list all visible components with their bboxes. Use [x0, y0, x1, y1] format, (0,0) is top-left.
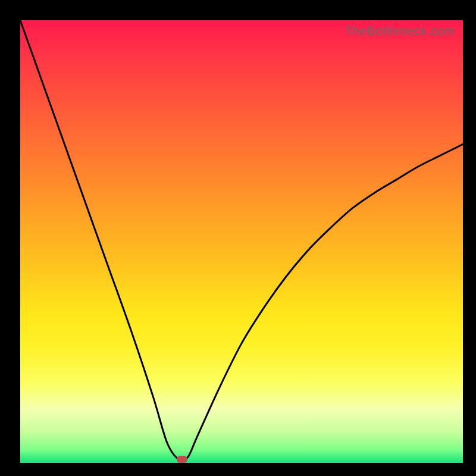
bottleneck-curve — [20, 20, 463, 463]
chart-frame: TheBottleneck.com — [0, 0, 476, 476]
plot-area: TheBottleneck.com — [20, 20, 463, 463]
optimal-point-marker — [177, 456, 187, 463]
